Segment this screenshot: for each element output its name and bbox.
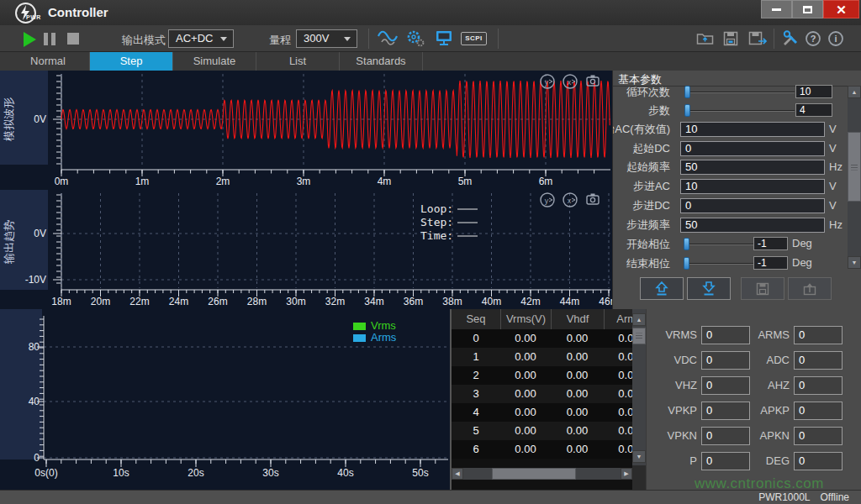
table-row[interactable]: 20.000.000.00 xyxy=(452,366,632,385)
slider-track[interactable] xyxy=(684,92,795,93)
table-cell: 0.00 xyxy=(551,440,604,459)
param-label: 始AC(有效值) xyxy=(612,122,670,137)
stop-button[interactable] xyxy=(67,33,79,45)
maximize-button[interactable] xyxy=(792,0,823,18)
scroll-up-arrow[interactable]: ▲ xyxy=(848,86,861,98)
param-input-field[interactable]: 0 xyxy=(680,141,825,156)
minimize-icon xyxy=(772,8,781,11)
scroll-up-arrow[interactable]: ▲ xyxy=(632,313,646,326)
svg-text:x: x xyxy=(568,78,572,87)
help-icon[interactable]: ? xyxy=(805,30,821,47)
param-value-field[interactable]: 4 xyxy=(795,103,832,117)
slider-thumb[interactable] xyxy=(684,257,689,270)
close-icon: ✕ xyxy=(836,3,847,16)
move-down-button[interactable] xyxy=(687,277,731,300)
pause-button[interactable] xyxy=(44,33,48,45)
move-up-button[interactable] xyxy=(640,277,684,300)
basic-parameters-panel: 基本参数 循环次数10步数4始AC(有效值)10V起始DC0V起始频率50Hz步… xyxy=(612,71,861,309)
settings-gears-icon[interactable] xyxy=(405,29,425,48)
table-row[interactable]: 10.000.000.00 xyxy=(452,348,632,366)
close-button[interactable]: ✕ xyxy=(823,0,859,18)
output-mode-select[interactable]: AC+DC xyxy=(168,29,234,48)
tab-simulate[interactable]: Simulate xyxy=(173,52,256,71)
param-input-field[interactable]: 10 xyxy=(680,179,825,194)
table-cell: 5 xyxy=(452,422,500,440)
x-tick-label: 30s xyxy=(262,467,278,479)
run-button[interactable] xyxy=(24,32,36,47)
tab-list[interactable]: List xyxy=(256,52,340,71)
param-input-field[interactable]: 10 xyxy=(680,122,825,137)
table-row[interactable]: 50.000.000.00 xyxy=(452,422,632,440)
arrow-up-icon xyxy=(653,281,670,297)
tab-standards[interactable]: Standards xyxy=(340,52,423,71)
scroll-right-arrow[interactable]: ▶ xyxy=(621,468,632,480)
measurements-panel: VRMS0ARMS0VDC0ADC0VHZ0AHZ0VPKP0APKP0VPKN… xyxy=(646,309,861,490)
table-hscroll-thumb[interactable] xyxy=(492,468,576,480)
table-vscroll-thumb[interactable] xyxy=(632,328,646,344)
table-row[interactable]: 40.000.000.00 xyxy=(452,403,632,422)
maximize-icon xyxy=(803,6,812,13)
save-icon xyxy=(754,281,771,297)
meas-label-ahz: AHZ xyxy=(739,376,790,395)
params-scrollbar-thumb[interactable] xyxy=(848,132,861,202)
param-value-field[interactable]: -1 xyxy=(753,237,788,250)
table-row[interactable]: 00.000.000.00 xyxy=(452,329,632,348)
x-tick-label: 40s xyxy=(337,467,353,479)
param-value-field[interactable]: 10 xyxy=(795,85,832,98)
toolbar-separator xyxy=(368,29,369,49)
param-label: 开始相位 xyxy=(612,237,670,252)
table-cell: 0.00 xyxy=(551,403,604,422)
tools-icon[interactable] xyxy=(781,29,800,49)
scroll-left-arrow[interactable]: ◀ xyxy=(452,468,463,480)
svg-text:?: ? xyxy=(811,34,816,44)
param-value-field[interactable]: -1 xyxy=(753,256,788,270)
param-input-field[interactable]: 0 xyxy=(680,198,825,213)
connection-state: Offline xyxy=(821,491,849,503)
pause-button-bar2[interactable] xyxy=(51,33,55,45)
meas-label-vpkp: VPKP xyxy=(647,402,697,420)
slider-thumb[interactable] xyxy=(684,104,690,117)
slider-track[interactable] xyxy=(684,110,795,112)
tab-normal[interactable]: Normal xyxy=(7,52,90,71)
param-input-field[interactable]: 50 xyxy=(680,218,825,233)
x-tick-label: 18m xyxy=(51,296,71,307)
table-cell: 3 xyxy=(452,385,500,403)
x-tick-label: 22m xyxy=(129,296,149,307)
meas-value-ahz: 0 xyxy=(794,376,843,395)
slider-thumb[interactable] xyxy=(684,238,689,250)
table-cell: 4 xyxy=(452,403,500,422)
display-icon[interactable] xyxy=(434,29,454,48)
param-unit: V xyxy=(829,199,837,212)
waveform-icon[interactable] xyxy=(377,29,399,48)
analog-waveform-chart: 模拟波形0V0m1m2m3m4m5m6myx xyxy=(0,71,612,190)
meas-label-apkp: APKP xyxy=(739,402,790,420)
slider-track[interactable] xyxy=(684,263,753,265)
table-row[interactable]: 30.000.000.00 xyxy=(452,385,632,403)
save-icon[interactable] xyxy=(723,31,740,46)
range-select[interactable]: 300V xyxy=(296,29,357,48)
svg-text:x: x xyxy=(568,197,572,205)
param-input-field[interactable]: 50 xyxy=(680,160,825,175)
open-file-icon[interactable] xyxy=(696,31,715,46)
info-icon[interactable]: i xyxy=(827,30,844,47)
slider-track[interactable] xyxy=(684,244,753,245)
scroll-down-arrow[interactable]: ▼ xyxy=(632,450,646,463)
scroll-down-arrow[interactable]: ▼ xyxy=(848,256,861,269)
y-label-band xyxy=(0,309,42,459)
meas-label-deg: DEG xyxy=(739,452,790,470)
chevron-down-icon xyxy=(220,37,227,41)
export-list-button[interactable] xyxy=(788,277,832,300)
slider-thumb[interactable] xyxy=(684,86,690,98)
x-tick-label: 24m xyxy=(169,296,188,307)
x-tick-label: 34m xyxy=(364,296,383,307)
minimize-button[interactable] xyxy=(761,0,792,18)
tab-step[interactable]: Step xyxy=(90,52,173,71)
x-tick-label: 50s xyxy=(412,467,428,479)
svg-text:y: y xyxy=(545,197,549,205)
grip-icon xyxy=(636,333,642,339)
save-as-icon[interactable] xyxy=(748,31,769,46)
scpi-icon[interactable]: SCPI xyxy=(461,32,487,45)
save-list-button[interactable] xyxy=(741,277,784,300)
meas-label-p: P xyxy=(647,452,697,470)
table-row[interactable]: 60.000.000.00 xyxy=(452,440,632,459)
